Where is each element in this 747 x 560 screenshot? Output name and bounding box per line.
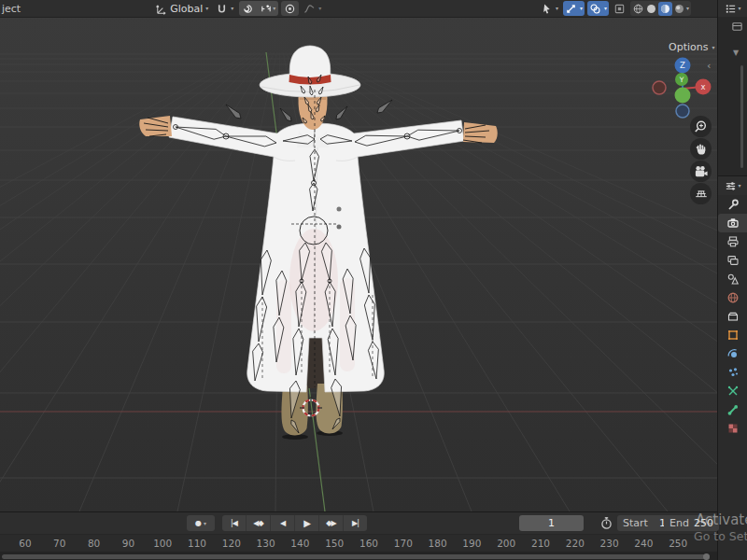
camera-view-button[interactable] (690, 161, 712, 182)
texture-icon (726, 422, 740, 435)
end-label: End (669, 517, 689, 529)
ruler-tick-label: 140 (290, 538, 309, 549)
auto-keying-record-button[interactable]: ● ▾ (187, 515, 215, 531)
ruler-tick-label: 70 (53, 538, 65, 549)
snapping-toggle[interactable]: ▾ (212, 1, 237, 16)
shading-rendered-button[interactable] (673, 3, 685, 15)
outliner-scrollbar[interactable] (740, 65, 743, 168)
particles-properties-tab[interactable] (718, 363, 747, 382)
orientation-axes-icon (155, 3, 167, 15)
play-reverse-button[interactable]: ◀ (271, 515, 295, 531)
ruler-tick-label: 190 (462, 538, 481, 549)
xray-icon (613, 3, 626, 15)
chevron-down-icon: ▾ (738, 6, 740, 11)
zoom-view-button[interactable] (690, 116, 712, 137)
grid-perspective-icon (694, 187, 709, 202)
ruler-tick-label: 230 (600, 538, 619, 549)
ruler-tick-label: 240 (634, 538, 653, 549)
timeline-ruler[interactable]: 6070809010011012013014015016017018019020… (0, 534, 717, 553)
frame-end-field[interactable]: End 250 (664, 515, 719, 531)
falloff-curve-icon (303, 3, 316, 15)
snap-target-icon (260, 3, 273, 15)
collection-properties-tab[interactable] (718, 307, 747, 326)
ruler-tick-label: 110 (188, 538, 206, 549)
output-properties-tab[interactable] (718, 232, 747, 251)
axis-x-label: x (700, 82, 705, 91)
constraints-properties-tab[interactable] (718, 382, 747, 400)
prev-keyframe-button[interactable]: ◀◆ (247, 515, 271, 531)
axis-z-label: Z (680, 61, 685, 70)
properties-editor-type-button[interactable]: ▾ (718, 176, 747, 195)
pan-view-button[interactable] (690, 138, 712, 160)
tool-icon (726, 198, 740, 211)
object-visibility-dropdown[interactable]: ▾ (539, 1, 560, 16)
play-button[interactable]: ▶ (295, 515, 319, 531)
ruler-tick-label: 150 (325, 538, 344, 549)
shading-solid-button[interactable] (645, 3, 657, 15)
end-value: 250 (694, 517, 713, 529)
viewport-header: ject Global ▾ ▾ (0, 0, 717, 18)
toggle-perspective-button[interactable] (690, 183, 712, 204)
magnifier-icon (693, 119, 709, 134)
render-properties-tab[interactable] (718, 214, 747, 232)
toggle-xray-button[interactable] (612, 1, 627, 16)
chevron-down-icon[interactable]: ▾ (686, 6, 689, 11)
ruler-tick-label: 80 (88, 538, 100, 549)
chevron-down-icon: ▾ (231, 6, 233, 11)
show-overlays-toggle[interactable]: ▾ (587, 1, 609, 16)
collection-icon (726, 310, 740, 323)
timeline-scrollbar[interactable] (2, 554, 710, 559)
proportional-editing-toggle[interactable] (239, 1, 257, 16)
current-frame-value: 1 (548, 517, 555, 529)
chevron-down-icon: ▾ (580, 6, 583, 11)
current-frame-field[interactable]: 1 (519, 515, 584, 531)
chevron-down-icon: ▾ (738, 183, 740, 189)
proportional-falloff-icon (242, 3, 254, 15)
gizmo-axis-x-neg[interactable] (653, 81, 666, 94)
filter-dropdown-icon[interactable]: ▼ (733, 49, 739, 57)
stopwatch-icon[interactable] (599, 516, 613, 530)
view-layer-icon (726, 254, 740, 267)
proportional-edit-objects-toggle[interactable] (281, 1, 299, 16)
jump-to-end-button[interactable]: ▶| (344, 515, 367, 531)
transform-orientation-dropdown[interactable]: Global ▾ (151, 1, 212, 16)
object-properties-tab[interactable] (718, 326, 747, 344)
start-label: Start (623, 517, 648, 529)
scene-icon (726, 273, 740, 286)
outliner-display-mode-icon[interactable] (731, 21, 743, 33)
tool-properties-tab[interactable] (718, 195, 747, 214)
sidebar-collapse-arrow[interactable]: ‹ (707, 60, 711, 72)
axis-y-label: Y (679, 76, 684, 84)
snap-target-dropdown[interactable]: ▾ (257, 1, 278, 16)
constraints-icon (726, 385, 740, 398)
chevron-down-icon: ▾ (273, 6, 275, 11)
shading-material-preview-button[interactable] (658, 2, 672, 16)
cursor-visibility-icon (541, 3, 553, 15)
falloff-curve-dropdown[interactable]: ▾ (299, 1, 325, 16)
mode-label-truncated[interactable]: ject (2, 3, 21, 15)
world-properties-tab[interactable] (718, 288, 747, 307)
properties-editor-icon (725, 180, 737, 192)
texture-properties-tab[interactable] (718, 419, 747, 438)
gizmo-axis-z-neg[interactable] (676, 105, 689, 118)
viewport-3d[interactable]: Z Y x Options ▾ ‹ (0, 17, 717, 511)
options-dropdown[interactable]: Options ▾ (663, 39, 720, 55)
physics-properties-tab[interactable] (718, 344, 747, 363)
scene-properties-tab[interactable] (718, 270, 747, 288)
chevron-down-icon: ▾ (205, 6, 208, 11)
show-gizmo-toggle[interactable]: ▾ (563, 1, 585, 16)
outliner-header[interactable]: ▾ (718, 0, 747, 17)
record-icon: ● (195, 519, 202, 527)
playback-controls: |◀◀◆◀▶◆▶▶| (222, 515, 367, 531)
chevron-down-icon: ▾ (712, 45, 714, 50)
object-data-icon (726, 403, 740, 416)
shading-wireframe-button[interactable] (632, 3, 644, 15)
orientation-label: Global (170, 3, 203, 15)
viewport-canvas[interactable] (0, 17, 717, 511)
next-keyframe-button[interactable]: ◆▶ (319, 515, 344, 531)
object-data-properties-tab[interactable] (718, 400, 747, 419)
jump-to-start-button[interactable]: |◀ (222, 515, 247, 531)
gizmo-axis-y-neg[interactable] (675, 88, 691, 104)
view-layer-properties-tab[interactable] (718, 251, 747, 270)
timeline-scrollbar-handle[interactable] (703, 553, 710, 560)
